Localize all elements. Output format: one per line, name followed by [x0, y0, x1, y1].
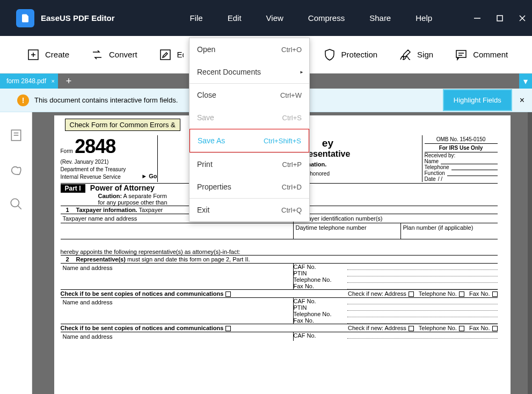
cell-tin: Taxpayer identification number(s)	[294, 214, 498, 223]
field-name-label: Name	[425, 158, 439, 164]
copies-checkbox-1[interactable]	[225, 291, 231, 297]
saveas-shortcut: Ctrl+Shift+S	[264, 137, 301, 145]
bookmarks-icon[interactable]	[9, 163, 23, 177]
irs-use-only: For IRS Use Only	[425, 144, 498, 152]
tab-close-icon[interactable]: ×	[52, 78, 55, 84]
form-number: 2848	[75, 135, 115, 157]
omb-number: OMB No. 1545-0150	[425, 135, 498, 144]
reps-label: Representative(s)	[76, 256, 126, 262]
poa-heading: Power of Attorney	[90, 184, 155, 192]
reps-body: must sign and date this form on page 2, …	[127, 256, 250, 262]
fax-2: Fax No.	[294, 317, 347, 324]
menu-help[interactable]: Help	[416, 13, 432, 23]
date-slashes: / /	[438, 176, 498, 182]
infobar-close-icon[interactable]: ×	[512, 96, 532, 105]
menu-view[interactable]: View	[266, 13, 283, 23]
menu-save[interactable]: Save Ctrl+S	[190, 106, 309, 129]
sign-button[interactable]: Sign	[399, 48, 433, 61]
check-form-button[interactable]: Check Form for Common Errors &	[65, 119, 180, 131]
tel-chk-2[interactable]	[459, 326, 464, 331]
menu-save-as[interactable]: Save As Ctrl+Shift+S	[190, 129, 309, 152]
field-func-label: Function	[425, 170, 445, 176]
received-by: Received by:	[425, 152, 498, 158]
create-button[interactable]: Create	[27, 48, 69, 61]
copies-checkbox-2[interactable]	[225, 326, 231, 331]
maximize-icon[interactable]	[495, 14, 504, 23]
section-2: 2	[61, 256, 75, 262]
protection-button[interactable]: Protection	[323, 48, 378, 61]
title-suffix1: ey	[322, 137, 333, 149]
menu-close[interactable]: Close Ctrl+W	[190, 84, 309, 106]
recent-label: Recent Documents	[197, 68, 261, 76]
edit-label: Edit	[177, 50, 184, 59]
highlight-fields-button[interactable]: Highlight Fields	[443, 89, 512, 111]
tel-lbl-1: Telephone No.	[419, 290, 457, 297]
tel-2: Telephone No.	[294, 311, 347, 317]
tel-1: Telephone No.	[294, 276, 347, 283]
infobar-message: This document contains interactive form …	[34, 96, 178, 104]
scrollbar[interactable]	[528, 112, 532, 394]
thumbnails-icon[interactable]	[9, 128, 23, 142]
comment-label: Comment	[473, 50, 508, 59]
menu-exit[interactable]: Exit Ctrl+Q	[190, 199, 309, 221]
tab-label: form 2848.pdf	[6, 77, 46, 85]
fax-chk-2[interactable]	[492, 326, 498, 331]
print-shortcut: Ctrl+P	[282, 160, 302, 169]
form-rev: (Rev. January 2021)	[61, 159, 109, 165]
form-dept: Department of the Treasury	[61, 166, 126, 172]
addr-chk-1[interactable]	[409, 291, 414, 297]
open-shortcut: Ctrl+O	[281, 46, 302, 54]
menu-share[interactable]: Share	[369, 13, 391, 23]
name-address-1: Name and address	[61, 264, 294, 289]
tab-add-button[interactable]: +	[62, 75, 75, 87]
close-icon[interactable]	[518, 14, 527, 23]
addr-lbl-1: Address	[385, 290, 406, 297]
name-address-3: Name and address	[61, 332, 294, 341]
print-label: Print	[197, 160, 213, 169]
convert-button[interactable]: Convert	[91, 48, 137, 61]
ptin-1: PTIN	[294, 270, 347, 276]
tab-caret-icon[interactable]: ▾	[519, 74, 532, 89]
menu-open[interactable]: Open Ctrl+O	[190, 38, 309, 61]
part-label: Part I	[61, 184, 85, 193]
document-tab[interactable]: form 2848.pdf ×	[0, 74, 58, 89]
cell-daytime-tel: Daytime telephone number	[294, 223, 401, 239]
menu-recent[interactable]: Recent Documents	[190, 61, 309, 83]
menubar: File Edit View Compress Share Help	[190, 13, 433, 23]
field-tel-label: Telephone	[425, 164, 449, 170]
exit-label: Exit	[197, 206, 209, 214]
titlebar: EaseUS PDF Editor File Edit View Compres…	[0, 0, 532, 36]
menu-print[interactable]: Print Ctrl+P	[190, 153, 309, 176]
svg-rect-8	[456, 50, 466, 57]
fax-lbl-2: Fax No.	[469, 325, 490, 331]
tel-chk-1[interactable]	[459, 291, 464, 297]
app-title: EaseUS PDF Editor	[41, 13, 115, 23]
menu-compress[interactable]: Compress	[308, 13, 345, 23]
search-icon[interactable]	[9, 197, 23, 211]
menu-properties[interactable]: Properties Ctrl+D	[190, 176, 309, 198]
edit-button[interactable]: Edit	[159, 48, 184, 61]
title-suffix2: resentative	[305, 149, 351, 158]
warning-icon: !	[17, 94, 29, 106]
window-controls	[473, 14, 527, 23]
fax-chk-1[interactable]	[492, 291, 498, 297]
comment-button[interactable]: Comment	[455, 48, 508, 61]
form-irs: Internal Revenue Service	[61, 174, 121, 180]
caf-2: CAF No.	[294, 298, 347, 304]
addr-chk-2[interactable]	[409, 326, 414, 331]
properties-shortcut: Ctrl+D	[282, 183, 302, 191]
form-word: Form	[61, 148, 73, 154]
minimize-icon[interactable]	[473, 14, 482, 23]
fax-lbl-1: Fax No.	[469, 290, 490, 297]
taxpayer-info-label: Taxpayer information.	[76, 207, 137, 213]
saveas-label: Save As	[198, 136, 225, 145]
name-address-2: Name and address	[61, 298, 294, 324]
menu-file[interactable]: File	[190, 13, 203, 23]
appoints-text: hereby appoints the following representa…	[61, 249, 498, 255]
cell-plan-no: Plan number (if applicable)	[401, 223, 498, 239]
chk-new-1: Check if new:	[348, 290, 383, 297]
addr-lbl-2: Address	[385, 325, 406, 331]
go-link[interactable]: ► Go	[141, 173, 157, 179]
section-1: 1	[61, 207, 75, 213]
menu-edit[interactable]: Edit	[228, 13, 242, 23]
